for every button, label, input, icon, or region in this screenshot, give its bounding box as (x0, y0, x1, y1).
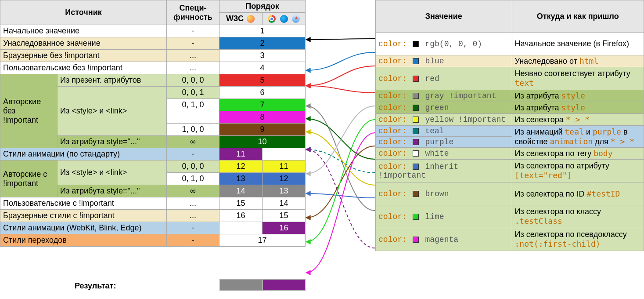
value-cell: color: red (376, 67, 512, 90)
order-w3c-cell: 2 (219, 37, 306, 50)
order-browsers-cell: 15 (263, 210, 306, 222)
result-label: Результат: (75, 281, 116, 291)
order-w3c-cell: 9 (219, 124, 306, 136)
arrow (306, 86, 375, 93)
specificity-cell: ∞ (167, 136, 219, 148)
dest-cell: Унаследовано от html (512, 55, 644, 67)
cascade-row: Унаследованное значение-2 (0, 37, 306, 50)
th-source: Источник (0, 0, 167, 25)
dest-cell: Из атрибута style (512, 90, 644, 102)
value-cell: color: inherit !important (376, 160, 512, 182)
subsource-cell: Из атрибута style="..." (58, 136, 167, 148)
source-cell: Стили переходов (0, 234, 167, 247)
value-row: color: blueУнаследовано от html (376, 55, 644, 67)
arrow (306, 52, 375, 70)
order-w3c-cell (219, 222, 263, 234)
value-row: color: limeИз селектора по классу .testC… (376, 205, 644, 228)
order-w3c-cell: 15 (219, 197, 263, 210)
value-cell: color: white (376, 148, 512, 160)
dest-cell: Из селектора * > * (512, 114, 644, 126)
arrow (306, 146, 375, 218)
arrow (306, 132, 375, 185)
order-browsers-cell: 13 (263, 185, 306, 197)
specificity-cell: - (167, 234, 219, 247)
value-cell: color: teal (376, 126, 512, 137)
value-row: color: inherit !importantИз селектора по… (376, 160, 644, 182)
specificity-cell: ∞ (167, 185, 219, 197)
order-w3c-cell: 8 (219, 111, 306, 124)
dest-cell: Из селектора по атрибуту [text="red"] (512, 160, 644, 182)
source-cell: Стили анимации (по стандарту) (0, 148, 167, 160)
safari-icon (292, 15, 300, 23)
th-value: Значение (376, 0, 512, 33)
th-browsers (263, 13, 306, 25)
value-row: color: brownИз селектора по ID #testID (376, 182, 644, 205)
cascade-row: Начальное значение-1 (0, 25, 306, 37)
specificity-cell: 1, 0, 0 (167, 124, 219, 136)
values-table: Значение Откуда и как пришло color: rgb(… (375, 0, 644, 251)
order-w3c-cell: 7 (219, 99, 306, 111)
subsource-cell: Из <style> и <link> (58, 160, 167, 185)
specificity-cell: - (167, 148, 219, 160)
cascade-row: Пользовательские с !important...1514 (0, 197, 306, 210)
source-cell: Начальное значение (0, 25, 167, 37)
result-w3c (219, 279, 263, 291)
value-row: color: greenИз атрибута style (376, 102, 644, 114)
order-w3c-cell: 5 (219, 74, 306, 87)
value-cell: color: rgb(0, 0, 0) (376, 33, 512, 55)
order-w3c-cell: 12 (219, 160, 263, 173)
order-w3c-cell: 17 (219, 234, 306, 247)
arrow (306, 150, 375, 248)
arrow (306, 193, 375, 198)
arrow (306, 150, 375, 173)
subsource-cell: Из атрибута style="..." (58, 185, 167, 197)
value-row: color: yellow !importantИз селектора * >… (376, 114, 644, 126)
value-row: color: tealИз анимаций teal и purple в с… (376, 126, 644, 137)
value-cell: color: green (376, 102, 512, 114)
cascade-row: Стили анимации (WebKit, Blink, Edge)-16 (0, 222, 306, 234)
dest-cell: Из атрибута style (512, 102, 644, 114)
source-cell: Пользовательские без !important (0, 62, 167, 74)
dest-cell: Из анимаций teal и purple в свойстве ani… (512, 126, 644, 148)
source-cell: Браузерные без !important (0, 50, 167, 62)
specificity-cell (167, 111, 219, 124)
value-cell: color: blue (376, 55, 512, 67)
order-w3c-cell: 3 (219, 50, 306, 62)
cascade-row: Стили анимации (по стандарту)-11 (0, 148, 306, 160)
arrow (306, 39, 375, 40)
arrow (306, 106, 375, 211)
value-cell: color: purple (376, 137, 512, 148)
arrow (306, 133, 375, 273)
order-w3c-cell: 16 (219, 210, 263, 222)
th-dest: Откуда и как пришло (512, 0, 644, 33)
dest-cell: Неявно соответствует атрибуту text (512, 67, 644, 90)
cascade-row: Стили переходов-17 (0, 234, 306, 247)
th-w3c: W3C (219, 13, 263, 25)
arrow (306, 119, 375, 159)
cascade-row: Авторские без !importantИз презент. атри… (0, 74, 306, 87)
source-cell: Пользовательские с !important (0, 197, 167, 210)
subsource-cell: Из <style> и <link> (58, 87, 167, 136)
th-order: Порядок (219, 0, 306, 13)
arrow (306, 120, 375, 242)
specificity-cell: 0, 0, 0 (167, 160, 219, 173)
th-specificity: Специ- фичность (167, 0, 219, 25)
order-browsers-cell: 11 (263, 160, 306, 173)
group-cell: Авторские с !important (0, 160, 58, 197)
value-row: color: redНеявно соответствует атрибуту … (376, 67, 644, 90)
cascade-row: Авторские с !importantИз <style> и <link… (0, 160, 306, 173)
arrow (306, 106, 375, 174)
edge-icon (280, 15, 288, 23)
value-row: color: rgb(0, 0, 0)Начальное значение (в… (376, 33, 644, 55)
order-w3c-cell: 1 (219, 25, 306, 37)
order-w3c-cell: 4 (219, 62, 306, 74)
value-cell: color: gray !important (376, 90, 512, 102)
group-cell: Авторские без !important (0, 74, 58, 148)
dest-cell: Из селектора по псевдоклассу :not(:first… (512, 228, 644, 251)
specificity-cell: 0, 1, 0 (167, 99, 219, 111)
order-w3c-cell: 11 (219, 148, 263, 160)
specificity-cell: 0, 0, 0 (167, 74, 219, 87)
source-cell: Браузерные стили с !important (0, 210, 167, 222)
w3c-label: W3C (226, 14, 244, 23)
dest-cell: Из селектора по ID #testID (512, 182, 644, 205)
